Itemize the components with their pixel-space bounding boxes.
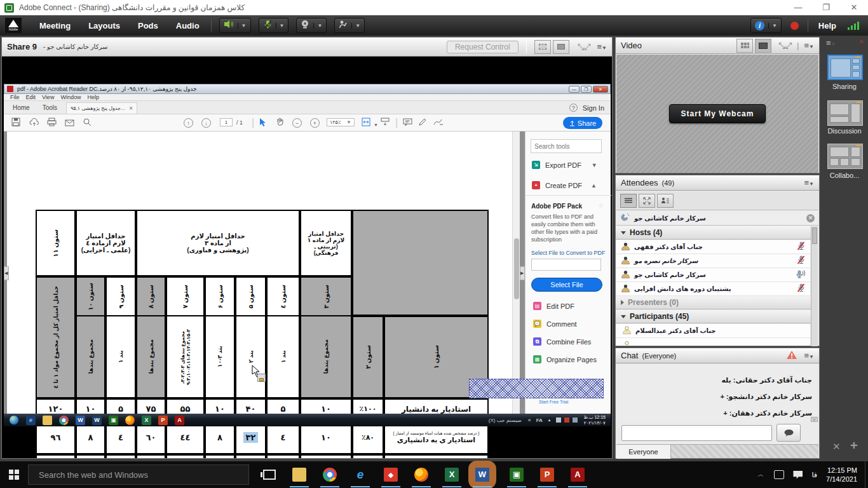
w7-tray-icon[interactable] — [573, 417, 578, 423]
tool-create-pdf[interactable]: + Create PDF ▲ — [532, 181, 597, 189]
presenters-group-header[interactable]: Presenters (0) — [616, 296, 818, 309]
word-icon-active[interactable]: W — [475, 468, 489, 482]
attendees-scrollbar-thumb[interactable] — [812, 227, 817, 244]
tab-close-icon[interactable]: ✕ — [129, 105, 133, 111]
win7-start-orb[interactable] — [9, 415, 19, 425]
w7-tray-icon[interactable] — [556, 417, 561, 423]
microphone-button[interactable]: ▼ — [259, 18, 289, 33]
pdf-menu-window[interactable]: Window — [60, 94, 81, 100]
w7-tray-chevron[interactable]: « — [528, 417, 531, 423]
warning-icon[interactable] — [786, 350, 797, 362]
fill-sign-icon[interactable] — [433, 118, 444, 129]
tool-export-pdf[interactable]: ⇲ Export PDF ▼ — [532, 161, 597, 169]
speaker-dropdown[interactable]: ▼ — [238, 23, 247, 29]
page-up-icon[interactable]: ↑ — [184, 118, 193, 128]
chat-pod-menu-icon[interactable]: ≡▼ — [804, 351, 814, 360]
upload-cloud-icon[interactable] — [29, 118, 39, 129]
attendee-row[interactable]: جناب آقای دکتر فقهی — [616, 240, 810, 254]
hand-tool-icon[interactable] — [276, 118, 284, 129]
w7-language-indicator[interactable]: FA — [536, 417, 543, 423]
participants-group-header[interactable]: Participants (45) — [616, 310, 818, 323]
chrome-icon[interactable] — [323, 468, 337, 482]
save-icon[interactable] — [11, 118, 20, 129]
fullscreen-icon[interactable]: ⤡⤢ — [578, 42, 591, 52]
fit-width-icon[interactable]: ▼ — [361, 118, 378, 129]
task-view-icon[interactable] — [263, 470, 276, 480]
minimize-button[interactable]: — — [784, 0, 812, 15]
start-webcam-button[interactable]: Start My Webcam — [669, 104, 766, 123]
start-button[interactable] — [9, 470, 19, 480]
print-icon[interactable] — [47, 118, 57, 129]
close-button[interactable]: ✕ — [840, 0, 868, 15]
selected-table-value[interactable]: ۳۲ — [243, 432, 259, 443]
connection-info-button[interactable]: i ▼ — [750, 18, 782, 33]
microphone-dropdown[interactable]: ▼ — [276, 23, 285, 29]
chat-input[interactable] — [621, 425, 772, 441]
speaker-button[interactable]: ▼ — [219, 18, 251, 33]
convert-file-input[interactable] — [531, 259, 601, 271]
acrobat-reader-icon[interactable]: A — [571, 468, 585, 482]
pdf-menu-edit[interactable]: Edit — [26, 94, 36, 100]
adobe-connect-icon[interactable]: ▣ — [109, 416, 118, 425]
share-view-button-2[interactable] — [553, 40, 569, 54]
taskbar-search-input[interactable] — [28, 464, 249, 485]
search-icon[interactable] — [83, 118, 92, 129]
attendee-row[interactable]: پشتیبان دوره های دانش افزایی — [616, 282, 810, 296]
video-fullscreen-icon[interactable]: ⤡⤢ — [778, 41, 792, 51]
menu-meeting[interactable]: Meeting — [39, 21, 71, 30]
attendee-row[interactable] — [616, 338, 810, 346]
filmstrip-view-icon[interactable] — [755, 39, 771, 53]
folder-icon[interactable] — [43, 416, 52, 425]
show-desktop-button[interactable] — [865, 461, 868, 488]
email-icon[interactable] — [65, 118, 74, 129]
layout-label-discussion[interactable]: Discussion — [821, 127, 868, 135]
chevron-up-icon[interactable]: ▲ — [591, 182, 597, 189]
attendee-list-view-icon[interactable] — [620, 194, 637, 208]
layouts-menu-icon[interactable]: ≡▼ — [826, 38, 836, 48]
zoom-level-select[interactable]: ۱۴۵٪▼ — [327, 118, 355, 126]
sign-in-link[interactable]: Sign In — [583, 104, 604, 112]
pdf-menu-help[interactable]: Help — [87, 94, 99, 100]
help-menu[interactable]: Help — [818, 21, 836, 30]
pdf-scrollbar[interactable] — [512, 132, 520, 414]
select-tool-icon[interactable] — [259, 118, 267, 130]
file-explorer-icon[interactable] — [292, 468, 306, 482]
pdf-scrollbar-thumb[interactable] — [514, 238, 519, 299]
clock[interactable]: 12:15 PM 7/14/2021 — [826, 466, 857, 484]
close-icon[interactable]: ✕ — [806, 214, 815, 222]
download-manager-icon[interactable]: ◆ — [384, 468, 398, 482]
firefox-icon[interactable] — [125, 416, 135, 425]
layout-thumb-collaboration[interactable] — [827, 144, 863, 169]
pdf-restore-button[interactable]: ❐ — [581, 86, 592, 93]
pdf-close-button[interactable]: ✕ — [593, 86, 608, 93]
start-free-trial-link[interactable]: Start Free Trial — [539, 400, 568, 404]
word-doc-icon[interactable]: W — [92, 416, 102, 425]
pencil-icon[interactable] — [418, 118, 427, 129]
select-file-button[interactable]: Select File — [531, 278, 602, 292]
chevron-down-icon[interactable]: ▼ — [592, 162, 597, 168]
request-control-button[interactable]: Request Control — [447, 41, 519, 53]
tray-chevron-icon[interactable]: ︿ — [757, 470, 764, 479]
w7-tray-icon[interactable] — [564, 417, 569, 423]
w7-clock[interactable]: 12:15 ب.ظ ۲۰۲۱/۱۴/۰۷ — [584, 414, 606, 426]
hosts-group-header[interactable]: Hosts (4) — [616, 226, 818, 240]
raise-hand-button[interactable]: ▼ — [334, 18, 365, 33]
menu-audio[interactable]: Audio — [176, 21, 200, 30]
attendee-status-view-icon[interactable] — [657, 194, 674, 208]
video-pod-menu-icon[interactable]: ≡▼ — [804, 41, 814, 50]
pod-options-icon[interactable]: ✕ — [832, 441, 841, 452]
grid-view-icon[interactable] — [736, 39, 753, 53]
restore-button[interactable]: ❐ — [812, 0, 840, 15]
tool-comment[interactable]: 💬 Comment — [533, 320, 577, 328]
pdf-menu-file[interactable]: File — [10, 94, 20, 100]
webcam-button[interactable]: ▼ — [296, 18, 327, 33]
edge-icon[interactable]: e — [353, 468, 367, 482]
zoom-out-icon[interactable]: − — [292, 118, 302, 128]
ie-icon[interactable]: e — [26, 416, 36, 425]
language-indicator[interactable]: فا — [811, 471, 817, 479]
layout-thumb-sharing[interactable] — [827, 55, 863, 80]
breakout-view-icon[interactable] — [639, 194, 655, 208]
connection-signal-icon[interactable] — [846, 22, 859, 30]
menu-pods[interactable]: Pods — [138, 21, 158, 30]
chat-tab-everyone[interactable]: Everyone — [616, 445, 671, 459]
